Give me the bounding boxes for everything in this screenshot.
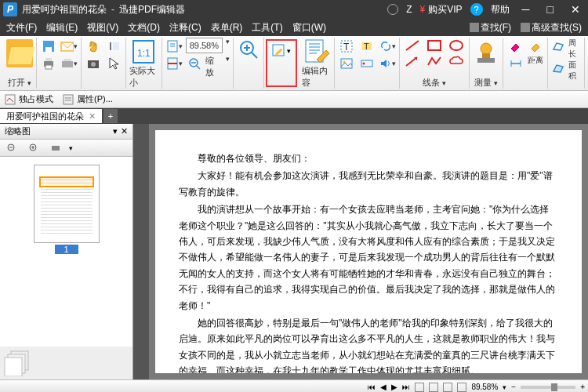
arrow-icon[interactable]	[403, 53, 422, 69]
layout-cont-icon[interactable]	[429, 383, 438, 392]
fit-width-icon[interactable]: ▾	[165, 55, 183, 72]
layout-single-icon[interactable]	[415, 383, 424, 392]
globe-icon[interactable]	[387, 4, 398, 15]
zoom-slider[interactable]	[521, 386, 575, 389]
panel-menu-icon[interactable]: ▾	[113, 126, 118, 136]
new-tab-button[interactable]: +	[103, 109, 118, 123]
area-icon[interactable]	[551, 60, 565, 77]
scan-icon[interactable]: ▾	[60, 55, 78, 72]
minimize-button[interactable]: ─	[517, 3, 535, 16]
doc-tab[interactable]: 用爱呵护祖国的花朵 ✕	[0, 109, 102, 123]
eraser2-icon[interactable]	[527, 38, 544, 55]
page-thumbnail[interactable]	[34, 165, 100, 243]
thumb-zoomin-icon[interactable]	[25, 140, 42, 157]
menu-file[interactable]: 文件(F)	[6, 21, 37, 34]
folder-open-icon	[6, 39, 33, 67]
pages-stack-icon	[3, 350, 34, 376]
menu-tools[interactable]: 工具(T)	[252, 21, 282, 34]
distance-label[interactable]: 距离	[528, 55, 543, 72]
svg-rect-4	[45, 58, 52, 61]
app-title: 迅捷PDF编辑器	[119, 3, 185, 16]
svg-point-37	[481, 43, 492, 54]
status-nav-last[interactable]: ⏭	[402, 383, 410, 391]
menu-find[interactable]: 查找(F)	[470, 21, 511, 34]
edit-content-button[interactable]: 编辑内容	[299, 38, 335, 89]
rect-icon[interactable]	[425, 38, 444, 53]
sound-icon[interactable]: ▾	[379, 55, 396, 72]
properties-button[interactable]: 属性(P)...	[63, 93, 113, 105]
zoom-out-icon[interactable]	[186, 55, 203, 72]
tab-close-icon[interactable]: ✕	[89, 111, 96, 122]
stamp-button[interactable]: 测量 ▾	[470, 38, 503, 89]
form-field-icon[interactable]	[358, 55, 376, 72]
add-text-icon[interactable]: T	[338, 38, 355, 55]
help-icon[interactable]: ?	[470, 3, 483, 16]
area-label[interactable]: 面积	[568, 60, 581, 82]
side-strip[interactable]	[133, 124, 149, 379]
line-icon[interactable]	[403, 38, 422, 53]
status-nav-prev[interactable]: ◀	[380, 383, 387, 391]
layout-facing-icon[interactable]	[443, 383, 452, 392]
status-zoom-out[interactable]: −	[511, 383, 516, 391]
svg-rect-5	[45, 65, 52, 69]
link-icon[interactable]: ▾	[379, 38, 396, 55]
help-label[interactable]: 帮助	[491, 3, 510, 16]
zoom-in-icon[interactable]	[237, 38, 260, 61]
panel-close-icon[interactable]: ✕	[121, 126, 128, 136]
actual-size-button[interactable]: 1:1 实际大小	[126, 38, 162, 89]
document-page: 尊敬的各位领导、朋友们： 大家好！能有机会参加这次演讲，我感到无比荣幸和自豪。我…	[155, 130, 582, 373]
fit-page-icon[interactable]: ▾	[165, 38, 183, 55]
pointer-icon[interactable]	[105, 55, 122, 72]
advfind-icon	[521, 23, 530, 32]
para: 我的演讲想从一个故事开始：有一个女孩去应聘当老师，主考官问她："你为什么选择老师…	[179, 201, 558, 314]
mail-icon[interactable]: ▾	[60, 38, 78, 55]
select-text-icon[interactable]: I	[105, 38, 122, 55]
snapshot-icon[interactable]	[85, 55, 102, 72]
menu-edit[interactable]: 编辑(E)	[46, 21, 78, 34]
svg-rect-1	[45, 47, 52, 52]
user-label[interactable]: Z	[406, 4, 412, 15]
zoom-value[interactable]: 89.58%	[186, 38, 223, 53]
menu-advfind[interactable]: 高级查找(S)	[521, 21, 582, 34]
hand-icon[interactable]	[85, 38, 102, 55]
exclusive-mode-button[interactable]: 独占模式	[5, 93, 53, 105]
layout-contfacing-icon[interactable]	[457, 383, 466, 392]
svg-rect-38	[482, 53, 490, 58]
perimeter-icon[interactable]	[551, 38, 565, 55]
status-nav-next[interactable]: ▶	[391, 383, 397, 391]
perimeter-label[interactable]: 周长	[568, 38, 581, 60]
ellipse-icon[interactable]	[447, 38, 466, 53]
menu-document[interactable]: 文档(D)	[128, 21, 160, 34]
status-zoom-in[interactable]: +	[580, 383, 585, 391]
svg-line-22	[252, 53, 257, 58]
menu-view[interactable]: 视图(V)	[87, 21, 118, 34]
save-icon[interactable]	[40, 38, 57, 55]
svg-point-35	[450, 41, 463, 50]
menu-window[interactable]: 窗口(W)	[292, 21, 326, 34]
distance-icon[interactable]	[507, 55, 524, 72]
print-icon[interactable]	[40, 55, 57, 72]
open-group[interactable]: 打开 ▾	[3, 38, 37, 89]
polyline-icon[interactable]	[425, 53, 444, 69]
close-button[interactable]: ✕	[566, 3, 585, 16]
eraser-icon[interactable]	[506, 38, 524, 55]
thumb-zoomout-icon[interactable]	[3, 140, 20, 157]
svg-rect-39	[477, 58, 495, 63]
edit-content-dropdown[interactable]: ▾	[270, 42, 292, 60]
status-zoom-value[interactable]: 89.58%	[471, 383, 498, 391]
cloud-icon[interactable]	[447, 53, 466, 69]
status-nav-first[interactable]: ⏮	[368, 383, 376, 391]
add-image-icon[interactable]	[338, 55, 355, 72]
menu-comment[interactable]: 注释(C)	[169, 21, 201, 34]
buy-vip-button[interactable]: ¥ 购买VIP	[420, 3, 463, 16]
thumb-page-number: 1	[55, 245, 78, 254]
svg-rect-44	[64, 95, 73, 104]
svg-rect-34	[428, 41, 441, 50]
maximize-button[interactable]: □	[543, 3, 558, 16]
highlight-text-icon[interactable]: T	[358, 38, 376, 55]
lines-group: 线条 ▾	[400, 38, 470, 89]
svg-point-11	[91, 62, 96, 67]
menu-form[interactable]: 表单(R)	[211, 21, 243, 34]
thumb-print-icon[interactable]	[47, 140, 64, 157]
svg-rect-43	[5, 95, 15, 104]
